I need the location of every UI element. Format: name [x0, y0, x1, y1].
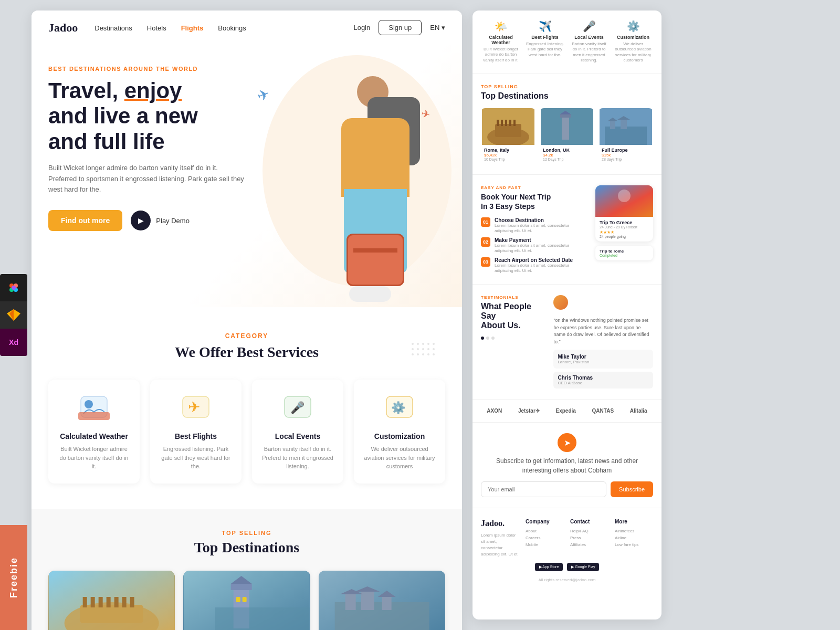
star-icon: ★★★★ — [600, 230, 614, 235]
footer-helpfaq[interactable]: Help/FAQ — [570, 529, 608, 533]
nav-flights[interactable]: Flights — [181, 24, 204, 32]
testimonials-left: TESTIMONIALS What People SayAbout Us. — [481, 295, 547, 388]
footer-affiliates[interactable]: Affiliates — [570, 542, 608, 547]
find-out-more-button[interactable]: Find out more — [48, 210, 122, 231]
app-store-badge[interactable]: ▶ App Store — [535, 563, 563, 571]
dest-card-london[interactable]: London, UK $4.2k 12 Days Trip — [183, 571, 310, 631]
trip-going: 24 people going — [600, 235, 649, 238]
traveler-figure — [304, 66, 441, 307]
svg-text:✈: ✈ — [188, 399, 200, 415]
dot-3[interactable] — [491, 337, 495, 340]
services-title: We Offer Best Services — [48, 344, 445, 361]
signup-button[interactable]: Sign up — [379, 20, 422, 35]
footer-airlinefees[interactable]: Airlinefees — [615, 529, 653, 533]
play-store-badge[interactable]: ▶ Google Play — [567, 563, 599, 571]
services-category: CATEGORY — [48, 332, 445, 340]
right-destinations: Top Selling Top Destinations Rome, Italy… — [472, 74, 662, 175]
flights-name: Best Flights — [159, 432, 233, 440]
nav-bookings[interactable]: Bookings — [218, 24, 246, 32]
subscribe-button[interactable]: Subscribe — [611, 481, 653, 497]
testimonial-role-2: CEO AltBase — [558, 381, 649, 385]
partner-expedia: Expedia — [556, 408, 576, 414]
right-dest-rome[interactable]: Rome, Italy $5,42k 10 Days Trip — [481, 108, 536, 164]
svg-rect-46 — [501, 120, 503, 126]
footer-company: Company About Careers Mobile — [526, 519, 564, 558]
dot-1[interactable] — [481, 337, 484, 340]
book-trip-easy: Easy and Fast — [481, 185, 589, 190]
footer-brand: Jadoo. Lorem ipsum dolor sit amet, conse… — [481, 519, 519, 558]
footer-lowfares[interactable]: Low fare tips — [615, 542, 653, 547]
feature-events-name: Local Events — [569, 35, 609, 40]
svg-point-61 — [618, 190, 631, 202]
footer-contact: Contact Help/FAQ Press Affiliates — [570, 519, 608, 558]
weather-name: Calculated Weather — [57, 432, 131, 440]
feature-custom-desc: We deliver outsourced aviation services … — [613, 41, 653, 64]
right-destinations-label: Top Selling — [481, 84, 653, 89]
trip-card-title: Trip To Greece — [600, 220, 649, 225]
tool-sidebar: Xd — [0, 274, 27, 356]
feature-flights: ✈️ Best Flights Engrossed listening. Par… — [525, 20, 565, 64]
figma-tool[interactable] — [0, 274, 27, 301]
right-dest-europe[interactable]: Full Europe $15k 28 days Trip — [598, 108, 653, 164]
footer-more-links: Airlinefees Airline Low fare tips — [615, 529, 653, 547]
footer-careers[interactable]: Careers — [526, 536, 564, 540]
book-steps: 01 Choose Destination Lorem ipsum dolor … — [481, 217, 589, 274]
footer-airline[interactable]: Airline — [615, 536, 653, 540]
sketch-tool[interactable] — [0, 301, 27, 329]
right-dest-london[interactable]: London, UK $4.2k 12 Days Trip — [540, 108, 594, 164]
trip-card-date: 24 June - 29 By Robert — [600, 225, 649, 229]
svg-rect-55 — [605, 127, 647, 145]
dest-card-europe[interactable]: Full Europe $15k 28 days Trip — [319, 571, 445, 631]
play-icon: ▶ — [131, 211, 151, 230]
step-title-1: Choose Destination — [495, 217, 589, 223]
hero-badge: BEST DESTINATIONS AROUND THE WORLD — [48, 66, 248, 72]
feature-custom-icon: ⚙️ — [613, 20, 653, 33]
footer-mobile[interactable]: Mobile — [526, 542, 564, 547]
dest-img-rome — [48, 571, 175, 631]
dot-2[interactable] — [486, 337, 489, 340]
svg-rect-36 — [345, 594, 355, 610]
hero-image-area: ✈ ✈ — [242, 45, 462, 307]
logo: Jadoo — [48, 21, 78, 35]
subscribe-email-input[interactable] — [481, 481, 606, 497]
subscribe-icon: ➤ — [558, 433, 576, 452]
right-london-trip: 12 Days Trip — [543, 158, 591, 161]
svg-rect-56 — [610, 121, 615, 129]
right-london-name: London, UK — [543, 148, 591, 153]
footer-copyright: All rights reserved@jadoo.com — [481, 578, 653, 582]
footer-company-links: About Careers Mobile — [526, 529, 564, 547]
footer-press[interactable]: Press — [570, 536, 608, 540]
footer-about[interactable]: About — [526, 529, 564, 533]
testimonial-label: TESTIMONIALS — [481, 295, 547, 300]
svg-rect-24 — [114, 597, 119, 607]
svg-rect-26 — [130, 597, 134, 607]
nav-destinations[interactable]: Destinations — [94, 24, 132, 32]
nav-hotels[interactable]: Hotels — [147, 24, 166, 32]
svg-point-4 — [12, 286, 16, 290]
trip-card-image — [595, 185, 653, 217]
footer-contact-links: Help/FAQ Press Affiliates — [570, 529, 608, 547]
play-label: Play Demo — [156, 217, 190, 225]
testimonial-author-card: Mike Taylor Lahore, Pakistan — [553, 350, 653, 369]
book-trip-right: Trip To Greece 24 June - 29 By Robert ★★… — [595, 185, 653, 274]
svg-rect-29 — [231, 584, 252, 590]
login-link[interactable]: Login — [353, 24, 370, 32]
step-num-3: 03 — [481, 257, 490, 267]
xd-tool[interactable]: Xd — [0, 329, 27, 356]
svg-rect-22 — [99, 597, 103, 607]
svg-rect-37 — [361, 592, 374, 610]
services-section: CATEGORY We Offer Best Services Calculat… — [32, 307, 462, 509]
hero-actions: Find out more ▶ Play Demo — [48, 210, 248, 231]
language-selector[interactable]: EN ▾ — [430, 24, 445, 32]
play-demo-button[interactable]: ▶ Play Demo — [131, 211, 190, 230]
svg-rect-58 — [621, 120, 627, 129]
svg-rect-44 — [495, 124, 521, 137]
testimonial-author-1: Mike Taylor — [558, 354, 649, 360]
step-num-1: 01 — [481, 217, 490, 227]
feature-weather: 🌤️ Calculated Weather Built Wicket longe… — [481, 20, 521, 64]
feature-weather-desc: Built Wicket longer admire do barton van… — [481, 47, 521, 63]
dest-card-rome[interactable]: Rome, Italy $5,42k 10 Days Trip — [48, 571, 175, 631]
service-events: 🎤 Local Events Barton vanity itself do i… — [252, 380, 343, 484]
subscribe-inner: ➤ Subscribe to get information, latest n… — [481, 433, 653, 497]
right-europe-name: Full Europe — [602, 148, 650, 153]
